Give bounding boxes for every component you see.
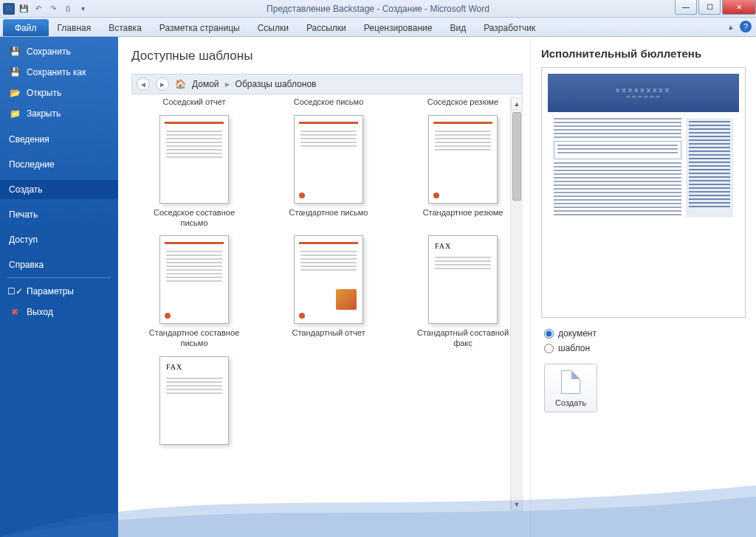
scroll-up-icon[interactable]: ▲ (511, 97, 523, 110)
preview-title: Исполнительный бюллетень (541, 47, 746, 60)
template-tile[interactable]: Стандартное составное письмо (146, 235, 242, 349)
nav-back-icon[interactable]: ◄ (137, 77, 150, 91)
preview-box: XXXXXXXXX▭▭▭▭▭▭ (541, 67, 746, 318)
sidebar-item-label: Создать (9, 184, 43, 195)
sidebar-item-close[interactable]: 📁Закрыть (0, 103, 118, 124)
create-type-radios: документ шаблон (544, 328, 743, 353)
template-thumb (294, 235, 363, 324)
template-label: Стандартное резюме (415, 208, 511, 218)
sidebar-item-share[interactable]: Доступ (0, 230, 118, 249)
template-tile[interactable]: Соседский отчет (146, 97, 242, 108)
sidebar-item-label: Справка (9, 260, 44, 270)
template-label: Стандартное письмо (281, 208, 377, 218)
sidebar-item-options[interactable]: ☐✓Параметры (0, 281, 118, 302)
qat-dropdown-icon[interactable]: ▾ (77, 3, 89, 15)
sidebar-item-label: Сохранить (27, 46, 71, 57)
tab-review[interactable]: Рецензирование (355, 19, 441, 36)
sidebar-item-help[interactable]: Справка (0, 255, 118, 274)
sidebar-item-open[interactable]: 📂Открыть (0, 83, 118, 103)
sidebar-item-info[interactable]: Сведения (0, 130, 118, 149)
sidebar-spacer (0, 249, 118, 255)
template-label: Стандартный составной факс (415, 328, 511, 349)
template-label: Соседское резюме (415, 97, 511, 108)
sidebar-item-saveas[interactable]: 💾Сохранить как (0, 62, 118, 83)
sidebar-item-exit[interactable]: ✖Выход (0, 302, 118, 322)
saveas-icon: 💾 (9, 66, 21, 78)
help-icon[interactable]: ? (740, 21, 752, 32)
tab-file[interactable]: Файл (3, 19, 49, 36)
sidebar-item-label: Печать (9, 209, 38, 220)
template-tile[interactable]: Стандартное письмо (281, 115, 377, 229)
minimize-button[interactable]: — (675, 0, 697, 15)
nav-forward-icon[interactable]: ► (156, 77, 169, 91)
tab-view[interactable]: Вид (441, 19, 475, 36)
templates-list: Соседский отчет Соседское письмо Соседск… (131, 97, 523, 510)
undo-icon[interactable]: ↶ (32, 3, 44, 15)
radio-template[interactable]: шаблон (544, 343, 743, 353)
template-row: Соседское составное письмо Стандартное п… (146, 115, 523, 229)
preview-col-side (686, 118, 733, 218)
template-row: Соседский отчет Соседское письмо Соседск… (146, 97, 523, 108)
scroll-down-icon[interactable]: ▼ (511, 498, 523, 510)
create-button-label: Создать (555, 398, 586, 407)
scroll-thumb[interactable] (512, 112, 521, 201)
tab-developer[interactable]: Разработчик (475, 19, 544, 36)
tab-insert[interactable]: Вставка (100, 19, 151, 36)
ribbon-tabs: Файл Главная Вставка Разметка страницы С… (0, 18, 756, 37)
tab-home[interactable]: Главная (49, 19, 100, 36)
sidebar-item-new[interactable]: Создать (0, 180, 118, 199)
breadcrumb-home[interactable]: Домой (192, 79, 219, 89)
breadcrumb-samples[interactable]: Образцы шаблонов (236, 79, 317, 89)
preview-col-main (554, 118, 681, 218)
template-tile[interactable]: Соседское резюме (415, 97, 511, 108)
close-folder-icon: 📁 (9, 108, 21, 119)
template-tile[interactable]: FAXСтандартный составной факс (415, 235, 511, 349)
radio-label: шаблон (558, 343, 590, 353)
sidebar-spacer (0, 199, 118, 205)
chevron-right-icon: ▸ (225, 79, 230, 89)
template-tile[interactable]: Стандартное резюме (415, 115, 511, 229)
template-tile[interactable]: Соседское письмо (281, 97, 377, 108)
title-bar: W 💾 ↶ ↷ ⎙ ▾ Представление Backstage - Со… (0, 0, 756, 18)
template-thumb: FAX (428, 235, 498, 324)
save-icon[interactable]: 💾 (18, 3, 30, 15)
close-button[interactable]: ✕ (722, 0, 756, 15)
template-row: FAX (146, 356, 523, 449)
template-tile[interactable]: FAX (146, 356, 242, 449)
tab-references[interactable]: Ссылки (249, 19, 298, 36)
ribbon-help-area: ▴ ? (725, 21, 752, 32)
preview-header: XXXXXXXXX▭▭▭▭▭▭ (548, 74, 739, 112)
template-tile[interactable]: Соседское составное письмо (146, 115, 242, 229)
minimize-ribbon-icon[interactable]: ▴ (725, 21, 737, 32)
sidebar-item-label: Сохранить как (27, 67, 86, 77)
sidebar-item-recent[interactable]: Последние (0, 155, 118, 174)
sidebar-item-label: Открыть (27, 88, 61, 98)
radio-template-input[interactable] (544, 344, 554, 353)
redo-icon[interactable]: ↷ (47, 3, 59, 15)
tab-mailings[interactable]: Рассылки (298, 19, 355, 36)
templates-heading: Доступные шаблоны (131, 49, 523, 63)
exit-icon: ✖ (9, 306, 21, 318)
sidebar-spacer (0, 224, 118, 230)
templates-panel: Доступные шаблоны ◄ ► 🏠 Домой ▸ Образцы … (118, 37, 530, 537)
maximize-button[interactable]: ☐ (698, 0, 721, 15)
backstage-main: Доступные шаблоны ◄ ► 🏠 Домой ▸ Образцы … (118, 37, 756, 537)
template-thumb (294, 115, 363, 204)
print-icon[interactable]: ⎙ (62, 3, 74, 15)
radio-document[interactable]: документ (544, 328, 743, 339)
window-buttons: — ☐ ✕ (673, 0, 756, 15)
template-thumb (159, 235, 229, 324)
templates-scrollbar[interactable]: ▲ ▼ (510, 97, 523, 510)
template-tile[interactable]: Стандартный отчет (281, 235, 377, 349)
sidebar-divider (7, 277, 111, 278)
template-row: Стандартное составное письмо Стандартный… (146, 235, 523, 349)
sidebar-item-print[interactable]: Печать (0, 205, 118, 224)
radio-document-input[interactable] (544, 329, 554, 339)
home-icon[interactable]: 🏠 (175, 79, 186, 89)
tab-page-layout[interactable]: Разметка страницы (151, 19, 249, 36)
preview-document: XXXXXXXXX▭▭▭▭▭▭ (548, 74, 739, 311)
create-button[interactable]: Создать (544, 364, 597, 412)
sidebar-item-save[interactable]: 💾Сохранить (0, 41, 118, 62)
save-icon: 💾 (9, 46, 21, 58)
sidebar-spacer (0, 149, 118, 155)
